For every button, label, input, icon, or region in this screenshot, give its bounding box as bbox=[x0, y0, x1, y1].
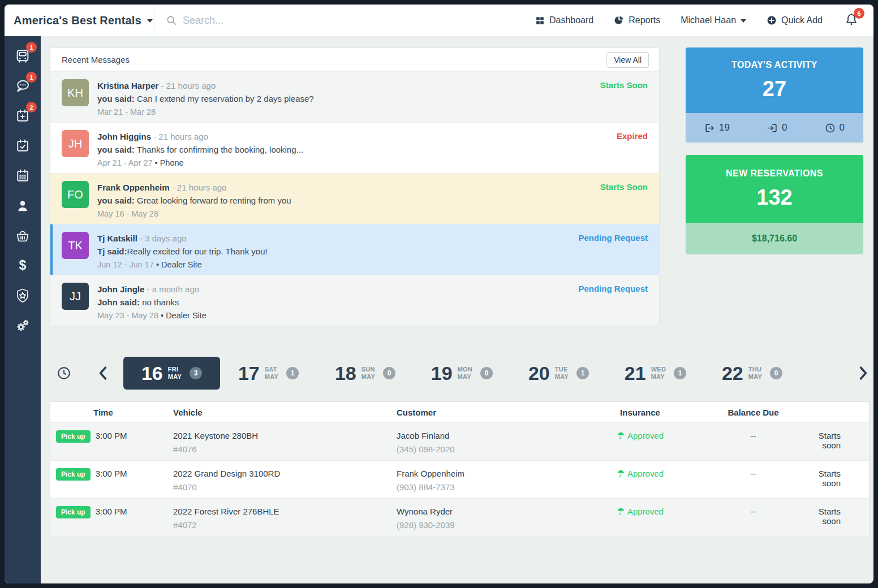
recent-messages-title: Recent Messages bbox=[62, 55, 130, 64]
message-prefix: you said: bbox=[97, 145, 135, 154]
nav-dashboard-label: Dashboard bbox=[549, 15, 593, 25]
recent-messages-panel: Recent Messages View All KH Kristina Har… bbox=[50, 47, 660, 326]
company-selector[interactable]: America's Best Rentals bbox=[5, 5, 154, 36]
basket-icon bbox=[15, 228, 31, 244]
message-item[interactable]: JH John Higgins - 21 hours ago you said:… bbox=[50, 122, 659, 173]
carousel-prev-button[interactable] bbox=[97, 366, 109, 381]
message-time: - 3 days ago bbox=[137, 234, 187, 243]
plus-circle-icon bbox=[767, 15, 777, 25]
nav-dashboard[interactable]: Dashboard bbox=[535, 15, 593, 25]
day-number: 16 bbox=[141, 364, 163, 383]
checkouts-stat: 19 bbox=[704, 122, 730, 133]
activity-title: TODAY'S ACTIVITY bbox=[686, 60, 863, 70]
table-row[interactable]: Pick up3:00 PM 2021 Keystone 280BH#4076 … bbox=[50, 423, 869, 461]
notifications-button[interactable]: 6 bbox=[844, 12, 859, 29]
vehicle-name: 2021 Keystone 280BH bbox=[173, 431, 390, 440]
sidebar-item-calendar[interactable] bbox=[10, 161, 35, 191]
pickup-time: 3:00 PM bbox=[96, 431, 127, 440]
search-input[interactable] bbox=[183, 15, 420, 27]
table-header-row: Time Vehicle Customer Insurance Balance … bbox=[50, 402, 869, 423]
avatar-initials: KH bbox=[67, 87, 83, 100]
table-row[interactable]: Pick up3:00 PM 2022 Forest River 276BHLE… bbox=[50, 499, 869, 537]
message-content: John Jingle - a month ago John said: no … bbox=[97, 283, 578, 326]
day-number: 19 bbox=[431, 364, 453, 383]
pie-chart-icon bbox=[614, 15, 624, 25]
message-content: Tj Katskill - 3 days ago Tj said:Really … bbox=[97, 232, 578, 275]
message-item[interactable]: FO Frank Oppenheim - 21 hours ago you sa… bbox=[50, 173, 659, 224]
user-menu[interactable]: Michael Haan bbox=[681, 15, 746, 25]
umbrella-icon bbox=[617, 507, 625, 516]
day-count-badge: 0 bbox=[770, 367, 782, 379]
schedule-clock-icon[interactable] bbox=[57, 366, 71, 381]
sidebar-item-new-bookings[interactable]: 2 bbox=[10, 101, 35, 131]
activity-count: 27 bbox=[686, 78, 863, 100]
sidebar-item-vehicles[interactable]: 1 bbox=[10, 41, 35, 71]
sidebar-item-reservations[interactable] bbox=[10, 131, 35, 161]
day-cell[interactable]: 20 TUEMAY 1 bbox=[510, 357, 607, 390]
clock-icon bbox=[825, 123, 836, 133]
day-cell[interactable]: 22 THUMAY 0 bbox=[704, 357, 800, 390]
sidebar-item-settings[interactable] bbox=[10, 310, 35, 340]
day-number: 21 bbox=[625, 364, 646, 383]
checkins-count: 0 bbox=[782, 122, 787, 133]
avatar: KH bbox=[62, 79, 89, 106]
day-count-badge: 1 bbox=[674, 367, 686, 379]
day-of-week: SAT bbox=[265, 366, 278, 373]
user-name: Michael Haan bbox=[681, 15, 736, 25]
carousel-next-button[interactable] bbox=[858, 366, 869, 381]
day-of-week: THU bbox=[748, 366, 762, 373]
message-time: - a month ago bbox=[144, 284, 199, 294]
day-cell[interactable]: 19 MONMAY 0 bbox=[414, 357, 510, 390]
customer-phone: (928) 930-2039 bbox=[397, 520, 576, 530]
avatar-initials: JH bbox=[68, 137, 82, 150]
message-content: Frank Oppenheim - 21 hours ago you said:… bbox=[97, 181, 600, 224]
day-cell-selected[interactable]: 16 FRIMAY 3 bbox=[123, 357, 220, 390]
day-cell[interactable]: 21 WEDMAY 1 bbox=[607, 357, 704, 390]
message-body: Thanks for confirming the booking, looki… bbox=[135, 145, 303, 154]
todays-activity-card[interactable]: TODAY'S ACTIVITY 27 19 0 bbox=[686, 47, 863, 142]
sidebar-item-protection[interactable] bbox=[10, 280, 35, 310]
sidebar-item-messages[interactable]: 1 bbox=[10, 71, 35, 101]
reservation-dates: May 16 - May 28 bbox=[97, 209, 158, 218]
top-navigation: Dashboard Reports Michael Haan Quick Add… bbox=[535, 12, 873, 29]
avatar-initials: FO bbox=[67, 188, 83, 201]
booking-channel: • Dealer Site bbox=[158, 311, 206, 320]
day-number: 17 bbox=[238, 364, 260, 383]
vehicle-name: 2022 Grand Design 3100RD bbox=[173, 469, 390, 478]
column-header-customer: Customer bbox=[390, 402, 576, 423]
day-count-badge: 0 bbox=[480, 367, 493, 379]
pickup-time: 3:00 PM bbox=[96, 469, 127, 478]
chevron-down-icon bbox=[147, 19, 153, 23]
sidebar: 1 1 2 $ bbox=[5, 36, 41, 583]
checkins-stat: 0 bbox=[767, 122, 787, 133]
vehicle-name: 2022 Forest River 276BHLE bbox=[173, 507, 390, 516]
reservations-amount: $18,716.60 bbox=[752, 234, 797, 244]
customer-name: Frank Oppenheim bbox=[397, 469, 576, 478]
calendar-grid-icon bbox=[15, 168, 31, 184]
new-reservations-card[interactable]: NEW RESERVATIONS 132 $18,716.60 bbox=[686, 155, 863, 254]
checkin-icon bbox=[767, 123, 778, 133]
message-content: Kristina Harper - 21 hours ago you said:… bbox=[97, 79, 600, 122]
message-item-selected[interactable]: TK Tj Katskill - 3 days ago Tj said:Real… bbox=[50, 224, 659, 275]
message-body: Can I extend my reservation by 2 days pl… bbox=[135, 94, 314, 103]
date-carousel: 16 FRIMAY 3 17 SATMAY 1 18 SUNMAY 0 bbox=[50, 351, 869, 396]
day-cell[interactable]: 17 SATMAY 1 bbox=[220, 357, 317, 390]
nav-reports[interactable]: Reports bbox=[614, 15, 660, 25]
insurance-status: Approved bbox=[627, 507, 664, 516]
view-all-button[interactable]: View All bbox=[606, 52, 649, 68]
sidebar-item-customers[interactable] bbox=[10, 191, 35, 220]
day-month: MAY bbox=[361, 373, 375, 381]
quick-add-button[interactable]: Quick Add bbox=[767, 15, 823, 25]
sidebar-item-payments[interactable]: $ bbox=[10, 250, 35, 280]
search-bar bbox=[154, 5, 535, 36]
message-item[interactable]: KH Kristina Harper - 21 hours ago you sa… bbox=[50, 71, 659, 122]
sidebar-item-store[interactable] bbox=[10, 220, 35, 250]
message-item[interactable]: JJ John Jingle - a month ago John said: … bbox=[50, 275, 659, 326]
message-content: John Higgins - 21 hours ago you said: Th… bbox=[97, 130, 617, 173]
message-prefix: John said: bbox=[97, 297, 140, 307]
day-cell[interactable]: 18 SUNMAY 0 bbox=[317, 357, 414, 390]
message-time: - 21 hours ago bbox=[170, 183, 227, 192]
table-row[interactable]: Pick up3:00 PM 2022 Grand Design 3100RD#… bbox=[50, 461, 869, 499]
day-month: MAY bbox=[748, 373, 762, 381]
row-status: Starts soon bbox=[803, 499, 869, 537]
